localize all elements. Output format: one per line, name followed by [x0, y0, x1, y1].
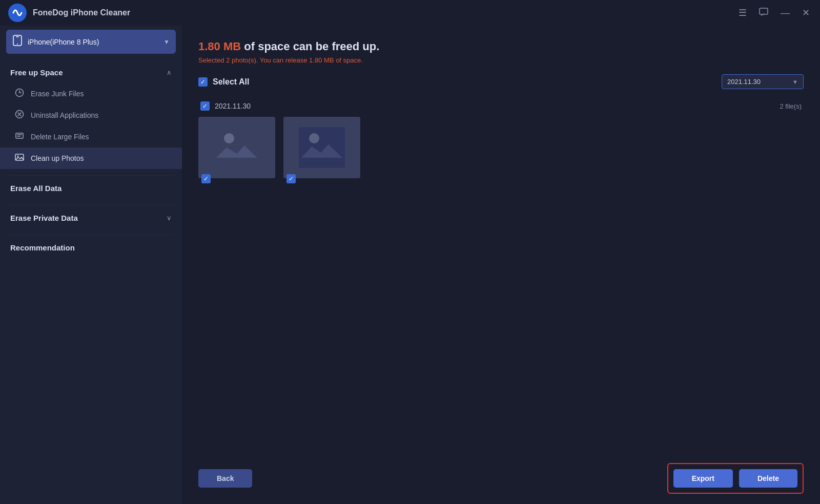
svg-rect-3 [16, 36, 19, 37]
free-up-space-chevron-icon: ∧ [167, 69, 172, 76]
erase-private-header[interactable]: Erase Private Data ∨ [0, 207, 182, 228]
sidebar-item-uninstall-apps[interactable]: Uninstall Applications [0, 104, 182, 126]
space-subtitle: Selected 2 photo(s). You can release 1.8… [198, 56, 804, 64]
erase-private-title: Erase Private Data [10, 214, 78, 222]
free-up-space-header[interactable]: Free up Space ∧ [0, 62, 182, 83]
svg-rect-1 [760, 8, 768, 14]
bottom-left-buttons: Back [198, 469, 252, 488]
erase-junk-icon [14, 88, 25, 99]
device-name: iPhone(iPhone 8 Plus) [28, 38, 158, 46]
photo-checkbox-1[interactable]: ✓ [201, 174, 211, 183]
bottom-right-buttons: Export Delete [667, 463, 804, 494]
app-title: FoneDog iPhone Cleaner [33, 8, 130, 17]
export-button[interactable]: Export [673, 469, 733, 488]
subtitle-text: Selected 2 photo(s). You can release [198, 56, 309, 64]
bottom-bar: Back Export Delete [198, 455, 804, 494]
space-title-line: 1.80 MB of space can be freed up. [198, 40, 804, 53]
select-all-row: ✓ Select All 2021.11.30 ▼ [198, 74, 804, 93]
app-logo [8, 4, 27, 22]
erase-all-data-title: Erase All Data [10, 184, 61, 193]
delete-large-icon [14, 131, 25, 142]
subtitle-end: of space. [334, 56, 363, 64]
svg-point-4 [17, 44, 18, 45]
back-button[interactable]: Back [198, 469, 252, 488]
photo-group-date: 2021.11.30 [215, 102, 251, 110]
date-dropdown[interactable]: 2021.11.30 ▼ [722, 74, 804, 89]
title-bar: FoneDog iPhone Cleaner ☰ — ✕ [0, 0, 820, 26]
select-all-checkbox[interactable]: ✓ [198, 77, 208, 87]
divider-2 [8, 205, 174, 205]
erase-all-data-header[interactable]: Erase All Data [0, 178, 182, 199]
nav-section-recommendation: Recommendation [0, 237, 182, 262]
nav-section-erase-all: Erase All Data [0, 178, 182, 203]
photo-item-1[interactable]: ✓ [198, 117, 275, 178]
photo-grid: ✓ ✓ [198, 117, 804, 178]
delete-button[interactable]: Delete [739, 469, 797, 488]
svg-rect-7 [16, 133, 23, 138]
photo-group-left: ✓ 2021.11.30 [200, 101, 251, 111]
delete-large-label: Delete Large Files [31, 133, 89, 141]
nav-section-erase-private: Erase Private Data ∨ [0, 207, 182, 233]
photo-group-header: ✓ 2021.11.30 2 file(s) [198, 101, 804, 111]
subtitle-amount: 1.80 MB [309, 56, 334, 64]
minimize-button[interactable]: — [778, 6, 792, 19]
select-all-label: Select All [213, 77, 249, 87]
content-header: 1.80 MB of space can be freed up. Select… [198, 40, 804, 64]
photo-thumbnail-2 [283, 117, 360, 178]
uninstall-apps-icon [14, 110, 25, 121]
title-bar-left: FoneDog iPhone Cleaner [8, 4, 130, 22]
content-area: 1.80 MB of space can be freed up. Select… [182, 26, 820, 504]
free-up-space-title: Free up Space [10, 68, 63, 77]
photo-item-2[interactable]: ✓ [283, 117, 360, 178]
photo-group: ✓ 2021.11.30 2 file(s) ✓ [198, 101, 804, 178]
recommendation-header[interactable]: Recommendation [0, 237, 182, 258]
divider-3 [8, 235, 174, 235]
sidebar-item-clean-photos[interactable]: Clean up Photos [0, 148, 182, 169]
divider-1 [8, 175, 174, 176]
device-icon [12, 35, 23, 49]
clean-photos-icon [14, 153, 25, 164]
svg-point-11 [224, 133, 234, 143]
device-chevron-icon: ▼ [163, 38, 170, 46]
uninstall-apps-label: Uninstall Applications [31, 111, 98, 119]
svg-point-13 [309, 133, 319, 143]
clean-photos-label: Clean up Photos [31, 154, 84, 162]
photo-group-count: 2 file(s) [780, 102, 802, 110]
group-checkbox[interactable]: ✓ [200, 101, 210, 111]
sidebar-item-delete-large[interactable]: Delete Large Files [0, 126, 182, 148]
main-layout: iPhone(iPhone 8 Plus) ▼ Free up Space ∧ … [0, 26, 820, 504]
dropdown-arrow-icon: ▼ [792, 79, 798, 85]
sidebar: iPhone(iPhone 8 Plus) ▼ Free up Space ∧ … [0, 26, 182, 504]
device-selector[interactable]: iPhone(iPhone 8 Plus) ▼ [6, 30, 176, 54]
title-bar-controls: ☰ — ✕ [736, 6, 812, 20]
svg-point-9 [17, 156, 19, 157]
recommendation-title: Recommendation [10, 243, 75, 252]
close-button[interactable]: ✕ [800, 6, 812, 19]
erase-junk-label: Erase Junk Files [31, 90, 84, 98]
sidebar-item-erase-junk[interactable]: Erase Junk Files [0, 83, 182, 104]
nav-section-free-up-space: Free up Space ∧ Erase Junk Files [0, 62, 182, 173]
photo-checkbox-2[interactable]: ✓ [286, 174, 296, 183]
svg-rect-12 [299, 127, 345, 168]
erase-private-chevron-icon: ∨ [167, 214, 172, 222]
photo-thumbnail-1 [198, 117, 275, 178]
chat-button[interactable] [757, 6, 770, 20]
menu-button[interactable]: ☰ [736, 6, 749, 19]
svg-rect-10 [214, 127, 260, 168]
select-all-left: ✓ Select All [198, 77, 249, 87]
date-dropdown-value: 2021.11.30 [727, 78, 788, 86]
